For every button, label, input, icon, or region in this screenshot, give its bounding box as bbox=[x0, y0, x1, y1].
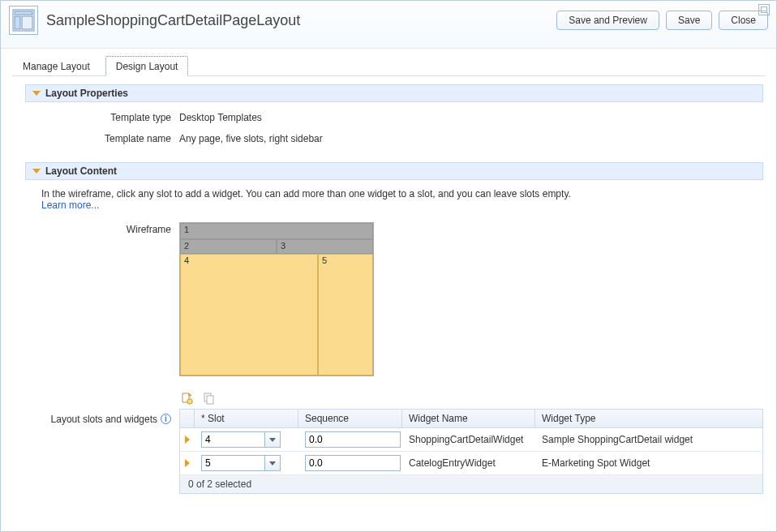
expand-row-icon[interactable] bbox=[185, 435, 190, 444]
svg-rect-1 bbox=[15, 11, 32, 15]
section-title: Layout Properties bbox=[45, 88, 128, 99]
chevron-down-icon bbox=[269, 438, 276, 442]
learn-more-link[interactable]: Learn more... bbox=[41, 200, 99, 211]
section-title: Layout Content bbox=[45, 165, 117, 177]
template-type-label: Template type bbox=[25, 112, 179, 123]
layout-icon bbox=[9, 6, 38, 35]
wireframe-slot-5[interactable]: 5 bbox=[318, 254, 373, 375]
widget-type-cell: Sample ShoppingCartDetail widget bbox=[535, 431, 762, 448]
expand-row-icon[interactable] bbox=[185, 459, 190, 467]
disclosure-triangle-icon[interactable] bbox=[32, 91, 41, 96]
content-area: Layout Properties Template type Desktop … bbox=[1, 76, 776, 507]
wireframe-slot-2[interactable]: 2 bbox=[180, 239, 277, 254]
chevron-down-icon bbox=[269, 461, 276, 466]
col-sequence[interactable]: Sequence bbox=[298, 410, 402, 427]
slots-widgets-table: * Slot Sequence Widget Name Widget Type bbox=[179, 409, 763, 494]
widget-name-cell: CatelogEntryWidget bbox=[402, 454, 535, 472]
col-widget-type[interactable]: Widget Type bbox=[535, 410, 762, 427]
wireframe-slot-4[interactable]: 4 bbox=[180, 254, 318, 375]
save-and-preview-button[interactable]: Save and Preview bbox=[556, 11, 659, 30]
slots-widgets-label: Layout slots and widgets bbox=[51, 414, 157, 425]
col-widget-name[interactable]: Widget Name bbox=[402, 410, 535, 427]
wireframe: 1 2 3 4 5 bbox=[179, 222, 374, 376]
section-layout-content[interactable]: Layout Content bbox=[25, 162, 763, 180]
slot-input[interactable] bbox=[201, 431, 264, 448]
new-row-icon[interactable] bbox=[179, 391, 194, 405]
template-name-label: Template name bbox=[25, 133, 179, 144]
svg-point-4 bbox=[187, 399, 192, 404]
restore-window-icon[interactable] bbox=[758, 4, 770, 15]
table-toolbar bbox=[179, 391, 763, 405]
save-button[interactable]: Save bbox=[666, 11, 712, 30]
sequence-input[interactable] bbox=[305, 431, 401, 448]
slot-combo[interactable] bbox=[201, 431, 282, 448]
page-title: SampleShoppingCartDetailPageLayout bbox=[46, 12, 556, 29]
tab-manage-layout[interactable]: Manage Layout bbox=[12, 56, 101, 76]
col-expander bbox=[180, 410, 195, 427]
widget-name-cell: ShoppingCartDetailWidget bbox=[402, 431, 535, 448]
header-actions: Save and Preview Save Close bbox=[556, 11, 768, 30]
col-slot[interactable]: * Slot bbox=[195, 410, 298, 427]
wireframe-slot-3[interactable]: 3 bbox=[277, 239, 373, 254]
dropdown-button[interactable] bbox=[264, 431, 281, 448]
svg-rect-2 bbox=[15, 16, 20, 29]
template-type-value: Desktop Templates bbox=[179, 112, 262, 123]
content-instructions: In the wireframe, click any slot to add … bbox=[25, 180, 763, 216]
table-row[interactable]: CatelogEntryWidget E-Marketing Spot Widg… bbox=[180, 452, 762, 475]
table-footer: 0 of 2 selected bbox=[180, 475, 762, 493]
tab-bar: Manage Layout Design Layout bbox=[1, 55, 776, 76]
tab-design-layout[interactable]: Design Layout bbox=[105, 56, 189, 76]
disclosure-triangle-icon[interactable] bbox=[32, 169, 41, 174]
header: SampleShoppingCartDetailPageLayout Save … bbox=[1, 1, 776, 49]
wireframe-label: Wireframe bbox=[25, 222, 179, 376]
table-header: * Slot Sequence Widget Name Widget Type bbox=[180, 410, 762, 428]
svg-rect-6 bbox=[207, 396, 213, 404]
wireframe-slot-1[interactable]: 1 bbox=[180, 223, 373, 239]
table-row[interactable]: ShoppingCartDetailWidget Sample Shopping… bbox=[180, 428, 762, 452]
copy-row-icon[interactable] bbox=[202, 391, 217, 405]
info-icon[interactable]: i bbox=[161, 414, 171, 424]
svg-rect-3 bbox=[22, 16, 32, 29]
slot-combo[interactable] bbox=[201, 455, 282, 471]
properties-panel: Template type Desktop Templates Template… bbox=[25, 102, 763, 162]
template-name-value: Any page, five slots, right sidebar bbox=[179, 133, 323, 144]
widget-type-cell: E-Marketing Spot Widget bbox=[535, 454, 762, 472]
dropdown-button[interactable] bbox=[264, 455, 281, 471]
sequence-input[interactable] bbox=[305, 455, 401, 471]
app-window: SampleShoppingCartDetailPageLayout Save … bbox=[0, 0, 777, 532]
instruction-text: In the wireframe, click any slot to add … bbox=[41, 188, 571, 200]
section-layout-properties[interactable]: Layout Properties bbox=[25, 84, 763, 102]
slot-input[interactable] bbox=[201, 455, 264, 471]
